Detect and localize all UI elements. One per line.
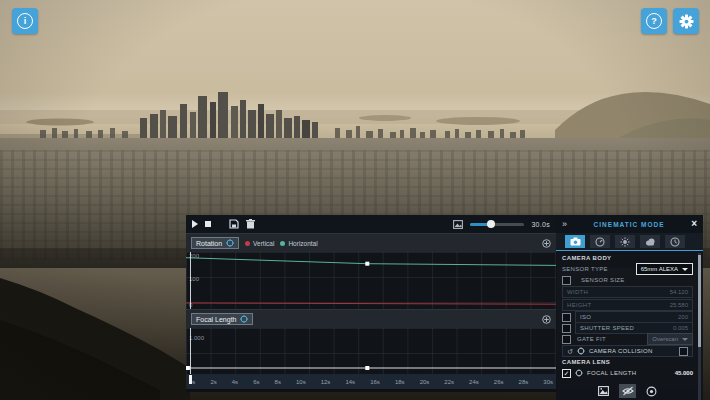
play-button[interactable] [192, 220, 198, 228]
tab-lighting[interactable] [615, 235, 635, 248]
panel-scrollbar[interactable] [698, 253, 701, 400]
sensor-size-checkbox[interactable] [562, 276, 571, 285]
target-icon [575, 369, 583, 377]
brightness-icon [620, 237, 630, 247]
target-icon [240, 315, 248, 323]
panel-body: CAMERA BODY SENSOR TYPE 65mm ALEXA SENSO… [556, 251, 703, 400]
close-button[interactable]: × [691, 219, 697, 229]
playhead-marker[interactable] [189, 375, 192, 384]
iso-row: ISO 200 [562, 312, 693, 322]
playhead-line[interactable] [190, 328, 191, 374]
focal-length-checkbox[interactable]: ✓ [562, 369, 571, 378]
timeline-scale-icon[interactable] [453, 220, 463, 229]
gate-fit-row: GATE FIT Overscan [562, 334, 693, 344]
panel-title: CINEMATIC MODE [567, 221, 691, 228]
eye-slash-icon [622, 386, 634, 396]
tab-weather[interactable] [640, 235, 660, 248]
iso-checkbox[interactable] [562, 313, 571, 322]
tab-time[interactable] [665, 235, 685, 248]
rotation-track-chip[interactable]: Rotation [191, 237, 239, 249]
height-row: HEIGHT 25.580 [562, 299, 693, 311]
record-target-button[interactable] [643, 384, 660, 398]
gate-fit-dropdown[interactable]: Overscan [647, 333, 693, 345]
game-viewport[interactable]: i ? [0, 0, 710, 400]
screenshot-button[interactable] [595, 384, 612, 398]
shutter-speed-checkbox[interactable] [562, 324, 571, 333]
width-value: 54.120 [670, 289, 688, 295]
timeline-ruler[interactable]: 0s2s 4s6s 8s10s 12s14s 16s18s 20s22s 24s… [186, 374, 556, 389]
focal-length-value[interactable]: 45.000 [675, 370, 693, 376]
scrollbar-thumb[interactable] [698, 255, 701, 347]
settings-button[interactable] [673, 8, 699, 34]
cloud-icon [645, 238, 656, 246]
tab-camera[interactable] [565, 235, 585, 248]
panel-footer-tools [562, 381, 693, 400]
gauge-icon [595, 237, 605, 247]
section-camera-body: CAMERA BODY [562, 254, 693, 263]
sensor-size-row: SENSOR SIZE [562, 275, 693, 285]
add-keyframe-button[interactable] [542, 315, 551, 324]
horizontal-dot-icon [280, 241, 285, 246]
clock-icon [670, 237, 680, 247]
image-icon [598, 386, 609, 396]
hide-ui-button[interactable] [619, 384, 636, 398]
sensor-type-dropdown[interactable]: 65mm ALEXA [636, 263, 693, 275]
panel-tabs [556, 233, 703, 251]
focal-track-header: Focal Length [186, 309, 556, 328]
record-target-icon [646, 386, 657, 397]
focal-length-row: ✓ FOCAL LENGTH 45.000 [562, 368, 693, 378]
axis-label: 1.000 [189, 335, 204, 341]
rotation-graph[interactable]: 200 100 0 [186, 252, 556, 309]
chevron-down-icon [682, 338, 688, 341]
save-icon[interactable] [229, 219, 239, 229]
add-keyframe-icon [542, 315, 551, 324]
shutter-speed-row: SHUTTER SPEED 0.005 [562, 323, 693, 333]
duration-label: 30.0s [531, 221, 550, 228]
add-keyframe-button[interactable] [542, 239, 551, 248]
help-button[interactable]: ? [641, 8, 667, 34]
height-value: 25.580 [670, 302, 688, 308]
info-icon: i [17, 13, 33, 29]
tab-effects[interactable] [590, 235, 610, 248]
rotation-track-header: Rotation Vertical Horizontal [186, 233, 556, 252]
focal-track-chip[interactable]: Focal Length [191, 313, 253, 325]
add-keyframe-icon [542, 239, 551, 248]
panel-header: » CINEMATIC MODE × [556, 215, 703, 233]
section-camera-lens: CAMERA LENS [562, 358, 693, 367]
timeline-zoom-slider[interactable] [470, 223, 524, 226]
city-skyline [0, 60, 710, 150]
delete-icon[interactable] [246, 219, 255, 229]
target-icon [577, 347, 585, 355]
legend-horizontal[interactable]: Horizontal [280, 240, 317, 247]
sensor-type-row: SENSOR TYPE 65mm ALEXA [562, 264, 693, 274]
chevron-down-icon [682, 268, 688, 271]
camera-icon [570, 237, 581, 246]
width-row: WIDTH 54.120 [562, 286, 693, 298]
cinematic-mode-panel: » CINEMATIC MODE × [556, 215, 703, 400]
reset-icon[interactable]: ↺ [567, 348, 573, 355]
playhead-line[interactable] [190, 252, 191, 309]
camera-collision-checkbox[interactable] [679, 347, 688, 356]
help-icon: ? [646, 13, 662, 29]
timeline-panel: 30.0s Rotation Vertical Horizontal [186, 215, 557, 392]
gate-fit-checkbox[interactable] [562, 335, 571, 344]
gear-icon [679, 14, 694, 29]
legend-vertical[interactable]: Vertical [245, 240, 274, 247]
stop-button[interactable] [205, 221, 211, 227]
info-button[interactable]: i [12, 8, 38, 34]
target-icon [226, 239, 234, 247]
camera-collision-row: ↺ CAMERA COLLISION [562, 345, 693, 357]
timeline-toolbar: 30.0s [186, 215, 556, 233]
focal-graph[interactable]: 1.000 [186, 328, 556, 374]
slider-handle[interactable] [487, 220, 495, 228]
vertical-dot-icon [245, 241, 250, 246]
